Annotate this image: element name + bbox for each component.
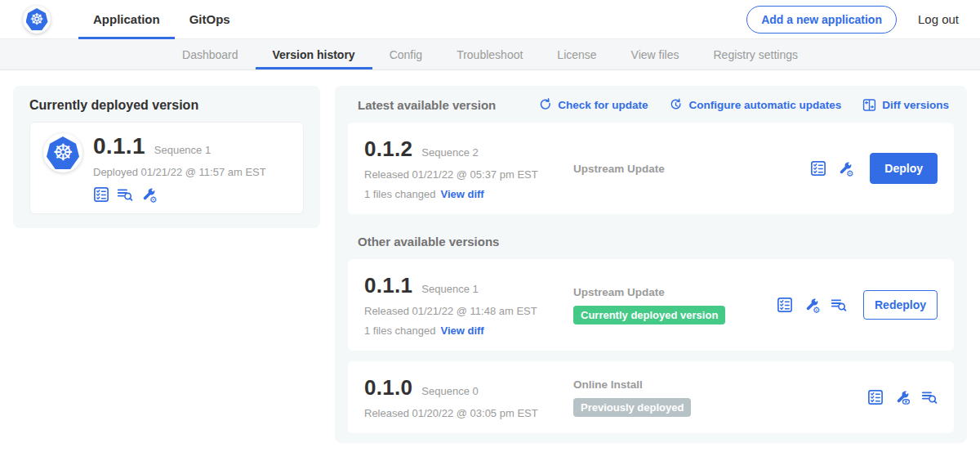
currently-deployed-panel: Currently deployed version ☸ 0.1.1 Seque… — [13, 86, 320, 228]
deploy-logs-icon[interactable] — [921, 389, 938, 405]
released-timestamp: Released 01/20/22 @ 03:05 pm EST — [364, 407, 573, 419]
subnav-dashboard[interactable]: Dashboard — [165, 39, 256, 69]
deployed-panel-title: Currently deployed version — [29, 98, 304, 113]
view-diff-link[interactable]: View diff — [440, 188, 483, 200]
logout-button[interactable]: Log out — [918, 12, 959, 26]
preflight-checks-icon[interactable] — [93, 186, 109, 203]
sequence-label: Sequence 1 — [421, 283, 478, 295]
check-for-update-link[interactable]: Check for update — [538, 98, 648, 112]
main-content: Currently deployed version ☸ 0.1.1 Seque… — [0, 70, 980, 459]
view-diff-link[interactable]: View diff — [440, 324, 483, 337]
tab-application-label: Application — [93, 12, 160, 26]
available-versions-panel: Latest available version Check for updat… — [335, 86, 967, 443]
preflight-checks-icon[interactable] — [810, 160, 826, 177]
files-changed-label: 1 files changed — [364, 188, 435, 200]
sequence-label: Sequence 0 — [421, 385, 478, 397]
other-available-versions-title: Other available versions — [358, 235, 951, 248]
released-timestamp: Released 01/21/22 @ 11:48 am EST — [364, 305, 573, 317]
subnav-view-files[interactable]: View files — [614, 39, 697, 69]
diff-versions-label: Diff versions — [882, 99, 949, 111]
edit-config-icon[interactable] — [804, 297, 820, 313]
preflight-checks-icon[interactable] — [777, 297, 793, 313]
kubernetes-wheel-icon: ☸ — [52, 141, 73, 164]
kubernetes-heptagon: ☸ — [47, 137, 79, 169]
subnav-config[interactable]: Config — [372, 39, 439, 69]
deploy-button[interactable]: Deploy — [870, 153, 938, 184]
edit-config-icon[interactable] — [837, 160, 853, 177]
check-for-update-label: Check for update — [558, 99, 648, 111]
version-source-label: Upstream Update — [573, 286, 777, 298]
tab-gitops[interactable]: GitOps — [175, 0, 245, 39]
redeploy-button[interactable]: Redeploy — [863, 290, 938, 320]
add-application-button[interactable]: Add a new application — [746, 6, 897, 34]
deploy-logs-icon[interactable] — [831, 297, 847, 313]
app-subnav: Dashboard Version history Config Trouble… — [0, 39, 980, 70]
subnav-version-history[interactable]: Version history — [256, 39, 372, 69]
diff-versions-link[interactable]: Diff versions — [862, 98, 949, 112]
latest-available-title: Latest available version — [358, 98, 496, 112]
deployed-version-number: 0.1.1 — [93, 133, 145, 159]
refresh-icon — [538, 98, 552, 112]
sequence-label: Sequence 2 — [421, 146, 478, 159]
version-number: 0.1.0 — [364, 375, 412, 401]
tab-application[interactable]: Application — [78, 0, 175, 39]
version-card-0-1-0: 0.1.0 Sequence 0 Released 01/20/22 @ 03:… — [348, 361, 954, 433]
subnav-registry-settings[interactable]: Registry settings — [697, 39, 815, 69]
deployed-version-card: ☸ 0.1.1 Sequence 1 Deployed 01/21/22 @ 1… — [29, 122, 304, 214]
deploy-logs-icon[interactable] — [117, 186, 133, 203]
previously-deployed-badge: Previously deployed — [573, 398, 691, 417]
version-number: 0.1.1 — [364, 273, 412, 298]
version-card-0-1-2: 0.1.2 Sequence 2 Released 01/21/22 @ 05:… — [348, 123, 954, 214]
top-navbar: ☸ Application GitOps Add a new applicati… — [0, 0, 980, 39]
files-changed-label: 1 files changed — [364, 324, 435, 337]
version-source-label: Online Install — [573, 378, 867, 391]
preflight-checks-icon[interactable] — [867, 389, 884, 405]
auto-update-icon — [669, 98, 683, 112]
subnav-license[interactable]: License — [540, 39, 613, 69]
diff-icon — [862, 98, 876, 112]
app-logo: ☸ — [43, 133, 82, 172]
tab-gitops-label: GitOps — [189, 12, 230, 26]
version-source-label: Upstream Update — [573, 163, 810, 175]
configure-automatic-updates-link[interactable]: Configure automatic updates — [669, 98, 841, 112]
kubernetes-logo: ☸ — [23, 6, 51, 34]
kubernetes-wheel-icon: ☸ — [29, 11, 43, 27]
view-config-icon[interactable] — [894, 389, 911, 405]
released-timestamp: Released 01/21/22 @ 05:37 pm EST — [364, 168, 573, 181]
currently-deployed-badge: Currently deployed version — [573, 306, 725, 324]
kubernetes-heptagon: ☸ — [26, 8, 48, 30]
edit-config-icon[interactable] — [140, 186, 157, 203]
version-number: 0.1.2 — [364, 137, 412, 162]
deployed-sequence-label: Sequence 1 — [154, 144, 211, 156]
subnav-troubleshoot[interactable]: Troubleshoot — [439, 39, 540, 69]
configure-automatic-updates-label: Configure automatic updates — [688, 99, 841, 111]
version-card-0-1-1: 0.1.1 Sequence 1 Released 01/21/22 @ 11:… — [348, 259, 954, 351]
deployed-timestamp: Deployed 01/21/22 @ 11:57 am EST — [93, 166, 266, 178]
